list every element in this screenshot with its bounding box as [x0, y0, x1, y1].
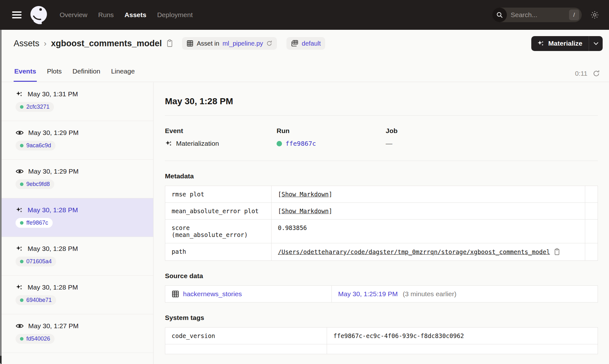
event-list-item[interactable]: May 30, 1:28 PMffe9867c: [2, 198, 153, 237]
tab-definition[interactable]: Definition: [72, 67, 101, 82]
table-row: score (mean_absolute_error)0.983856: [165, 220, 598, 243]
asset-header: Assets › xgboost_comments_model Asset in…: [2, 30, 609, 57]
sparkle-icon: [537, 40, 545, 47]
table-row: path/Users/odetteharary/code/dagster/tmp…: [165, 243, 598, 261]
refresh-countdown: 0:11: [575, 70, 587, 77]
tab-lineage[interactable]: Lineage: [110, 67, 135, 82]
copy-path-icon[interactable]: [554, 248, 560, 256]
observation-eye-icon: [16, 129, 24, 137]
event-list-item[interactable]: May 30, 1:27 PMfd540026: [2, 314, 153, 353]
materialize-dropdown-button[interactable]: [589, 36, 603, 51]
event-summary: Event Materialization Run ffe9867c J: [165, 127, 598, 147]
run-status-dot: [20, 182, 23, 186]
materialization-sparkle-icon: [16, 206, 23, 214]
event-detail-pane: May 30, 1:28 PM Event Materialization Ru…: [154, 82, 609, 364]
asset-location-chip[interactable]: Asset in ml_pipeline.py: [182, 37, 277, 50]
table-row: [165, 344, 598, 354]
search-placeholder: Search...: [511, 11, 569, 19]
metadata-actions-cell: [585, 243, 598, 261]
metadata-value: /Users/odetteharary/code/dagster/tmp_0mz…: [272, 243, 585, 261]
materialize-button[interactable]: Materialize: [531, 36, 589, 51]
reload-location-icon[interactable]: [266, 40, 272, 47]
run-id-badge[interactable]: 6940be71: [16, 295, 56, 305]
table-row: mean_absolute_error plot[Show Markdown]: [165, 203, 598, 220]
materialize-button-group: Materialize: [531, 36, 603, 51]
job-label: Job: [386, 127, 598, 135]
event-list-item[interactable]: May 30, 1:31 PM2cfc3271: [2, 82, 153, 121]
settings-gear-icon[interactable]: [590, 10, 599, 20]
nav-item-overview[interactable]: Overview: [60, 11, 88, 19]
event-timestamp: May 30, 1:29 PM: [28, 129, 79, 137]
event-timestamp: May 30, 1:31 PM: [28, 90, 78, 98]
event-timestamp: May 30, 1:29 PM: [28, 168, 79, 175]
materialize-label: Materialize: [548, 40, 582, 47]
nav-item-runs[interactable]: Runs: [98, 11, 114, 19]
materialization-sparkle-icon: [16, 245, 23, 252]
show-markdown-button[interactable]: [Show Markdown]: [278, 208, 332, 214]
tag-key: code_version: [165, 328, 327, 344]
hamburger-menu-icon[interactable]: [12, 11, 22, 18]
show-markdown-button[interactable]: [Show Markdown]: [278, 191, 332, 198]
run-id-text: 9aca6c9d: [26, 142, 51, 149]
run-id-badge[interactable]: fd540026: [16, 334, 55, 344]
metadata-value: 0.983856: [272, 220, 585, 243]
run-label: Run: [277, 127, 386, 135]
metadata-actions-cell: [585, 220, 598, 243]
source-timestamp-link[interactable]: May 30, 1:25:19 PM: [338, 290, 398, 297]
asset-group-chip[interactable]: default: [286, 37, 325, 50]
primary-nav: OverviewRunsAssetsDeployment: [60, 11, 193, 19]
search-shortcut-key: /: [569, 10, 579, 20]
run-status-dot: [20, 337, 23, 341]
nav-item-deployment[interactable]: Deployment: [157, 11, 193, 19]
run-id-badge[interactable]: 2cfc3271: [16, 102, 54, 112]
dagster-logo[interactable]: [29, 5, 48, 24]
run-id-link[interactable]: ffe9867c: [285, 140, 316, 147]
run-id-badge[interactable]: 9ebc9fd8: [16, 179, 54, 189]
tab-events[interactable]: Events: [14, 67, 37, 82]
repo-grid-icon: [291, 40, 298, 47]
event-list-item[interactable]: May 30, 1:29 PM9aca6c9d: [2, 121, 153, 160]
metadata-key: path: [165, 243, 272, 261]
search-icon: [492, 8, 507, 22]
event-timestamp: May 30, 1:27 PM: [28, 322, 79, 330]
pipeline-file-link[interactable]: ml_pipeline.py: [222, 40, 263, 47]
copy-asset-name-icon[interactable]: [166, 39, 173, 48]
run-id-text: 9ebc9fd8: [26, 181, 50, 188]
top-navbar: OverviewRunsAssetsDeployment Search... /: [0, 0, 609, 30]
event-list-sidebar: May 30, 1:31 PM2cfc3271May 30, 1:29 PM9a…: [2, 82, 154, 364]
nav-item-assets[interactable]: Assets: [125, 11, 147, 19]
refresh-icon[interactable]: [593, 70, 600, 77]
run-status-dot: [20, 221, 23, 225]
metadata-actions-cell: [585, 186, 598, 203]
metadata-table: rmse plot[Show Markdown]mean_absolute_er…: [165, 186, 598, 261]
run-status-dot: [20, 298, 23, 302]
event-list-item[interactable]: May 30, 1:28 PM6940be71: [2, 276, 153, 314]
asset-tabs: EventsPlotsDefinitionLineage 0:11: [2, 57, 609, 82]
materialization-sparkle-icon: [16, 90, 23, 98]
chip-prefix: Asset in: [197, 40, 219, 47]
run-id-badge[interactable]: 071605a4: [16, 257, 56, 266]
run-id-badge[interactable]: ffe9867c: [16, 218, 53, 228]
run-id-badge[interactable]: 9aca6c9d: [16, 141, 56, 150]
event-list-item[interactable]: May 30, 1:29 PM9ebc9fd8: [2, 160, 153, 198]
metadata-value: [Show Markdown]: [272, 186, 585, 203]
metadata-key: score (mean_absolute_error): [165, 220, 272, 243]
event-list-item[interactable]: May 30, 1:28 PM071605a4: [2, 237, 153, 276]
event-timestamp: May 30, 1:28 PM: [28, 245, 78, 252]
search-input[interactable]: Search... /: [492, 8, 582, 22]
breadcrumb-separator: ›: [44, 39, 47, 48]
materialization-sparkle-icon: [16, 284, 23, 291]
source-data-heading: Source data: [165, 272, 598, 280]
tab-plots[interactable]: Plots: [46, 67, 62, 82]
event-timestamp: May 30, 1:28 PM: [28, 206, 78, 214]
storage-path-link[interactable]: /Users/odetteharary/code/dagster/tmp_0mz…: [278, 248, 550, 255]
group-default-link[interactable]: default: [302, 40, 321, 47]
run-status-dot: [20, 260, 23, 263]
tag-value: ffe9867c-ec9c-4f06-939c-f8dc830c0962: [327, 328, 598, 344]
table-row: rmse plot[Show Markdown]: [165, 186, 598, 203]
breadcrumb: Assets › xgboost_comments_model: [14, 39, 173, 48]
event-detail-title: May 30, 1:28 PM: [165, 96, 598, 106]
observation-eye-icon: [16, 322, 24, 330]
breadcrumb-assets-link[interactable]: Assets: [14, 39, 39, 48]
source-asset-link[interactable]: hackernews_stories: [183, 290, 242, 298]
